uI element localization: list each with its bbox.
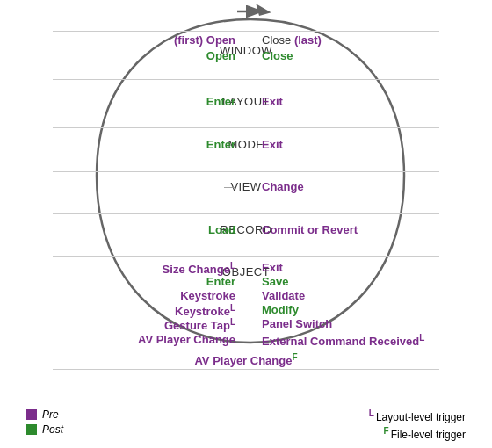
hline-4 [53,213,439,214]
pre-color-box [26,409,37,420]
view-change: Change [262,180,304,193]
record-commit-revert: Commit or Revert [262,223,358,236]
legend-file-trigger: FFile-level trigger [369,426,466,441]
hline-bottom [53,369,439,370]
mode-enter: Enter [206,138,235,151]
object-panel-switch: Panel Switch [262,317,332,330]
object-size-change: Size ChangeL [163,261,235,276]
svg-marker-0 [251,4,271,20]
object-av-player-change-left: AV Player Change [138,333,235,346]
hline-1 [53,79,439,80]
object-enter: Enter [206,275,235,288]
legend-left: Pre Post [26,408,63,441]
file-trigger-label: File-level trigger [391,429,466,441]
view-dash: — [224,180,235,193]
post-label: Post [42,423,63,436]
object-external-command: External Command ReceivedL [262,333,424,348]
post-color-box [26,424,37,435]
legend-pre-item: Pre [26,408,63,421]
window-first-open-text: Open [206,33,235,47]
legend: Pre Post LLayout-level trigger FFile-lev… [0,401,492,441]
hline-3 [53,171,439,172]
window-open: Open [206,49,235,62]
object-gesture-tap: Gesture TapL [164,317,235,332]
window-first-open: (first) Open [174,33,235,47]
object-modify: Modify [262,303,299,316]
legend-right: LLayout-level trigger FFile-level trigge… [369,408,466,441]
hline-top [53,31,439,32]
object-keystroke1: Keystroke [180,289,235,302]
pre-label: Pre [42,408,59,421]
layout-exit: Exit [262,95,283,108]
object-keystroke2: KeystrokeL [175,303,235,318]
legend-post-item: Post [26,423,63,436]
legend-layout-trigger: LLayout-level trigger [369,408,466,423]
object-save: Save [262,275,288,288]
hline-5 [53,256,439,257]
object-validate: Validate [262,289,305,302]
object-exit: Exit [262,261,283,274]
layout-enter: Enter [206,95,235,108]
layout-trigger-label: Layout-level trigger [376,411,466,423]
hline-2 [53,127,439,128]
window-close: Close [262,49,293,62]
av-player-change-bottom: AV Player ChangeF [194,352,297,367]
record-load: Load [208,223,235,236]
window-close-last: Close (last) [262,33,322,47]
diagram-container: WINDOW (first) Open Open Close (last) Cl… [0,0,492,387]
oval-arrow-svg [0,0,492,387]
mode-exit: Exit [262,138,283,151]
